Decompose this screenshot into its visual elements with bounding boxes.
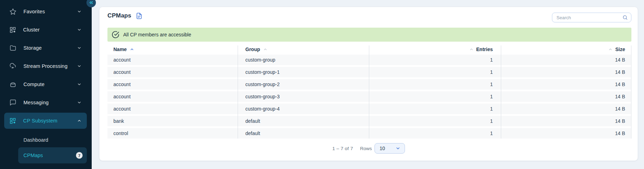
cpmaps-table: Name Group Entries (107, 44, 631, 139)
sidebar-item-cp-subsystem[interactable]: CP Subsystem (4, 113, 87, 129)
cell-size: 14 B (501, 128, 632, 139)
folder-icon (9, 44, 16, 51)
chevron-down-icon (77, 46, 82, 50)
grid-icon (9, 118, 16, 124)
cell-size: 14 B (501, 79, 632, 90)
table-row[interactable]: account custom-group 1 14 B (107, 55, 631, 65)
column-label: Entries (476, 47, 493, 52)
column-divider (631, 45, 631, 139)
column-header-size[interactable]: Size (501, 44, 632, 55)
column-header-group[interactable]: Group (238, 44, 369, 55)
cell-size: 14 B (501, 91, 632, 102)
sidebar-item-label: Storage (23, 45, 42, 51)
status-banner: All CP members are accessible (107, 28, 631, 42)
page-title: CPMaps (107, 12, 131, 19)
column-label: Name (113, 47, 127, 52)
sidebar-subitem-label: Dashboard (23, 137, 48, 143)
table-row[interactable]: account custom-group-2 1 14 B (107, 79, 631, 90)
search-input[interactable] (552, 15, 622, 20)
count-badge: 7 (76, 152, 83, 159)
grid-icon (9, 27, 16, 33)
sidebar-item-compute[interactable]: Compute (4, 76, 87, 92)
page-header: CPMaps (107, 12, 142, 20)
cloud-stream-icon (9, 63, 16, 70)
sort-inactive-icon (608, 47, 612, 51)
cell-name: control (107, 128, 238, 139)
column-divider (369, 45, 369, 139)
table-row[interactable]: bank default 1 14 B (107, 116, 631, 126)
table-row[interactable]: account custom-group-4 1 14 B (107, 104, 631, 114)
table-row[interactable]: account custom-group-3 1 14 B (107, 91, 631, 102)
chat-bubble-icon (9, 99, 16, 106)
cell-entries: 1 (369, 79, 501, 90)
compute-box-icon (9, 81, 16, 88)
cell-size: 14 B (501, 55, 632, 65)
sidebar-item-label: Cluster (23, 27, 40, 33)
sidebar-item-label: Favorites (23, 9, 45, 14)
star-icon (9, 8, 16, 15)
table-row[interactable]: account custom-group-1 1 14 B (107, 67, 631, 77)
sidebar-collapse-button[interactable] (86, 0, 96, 7)
document-icon[interactable] (136, 13, 142, 19)
cell-size: 14 B (501, 104, 632, 114)
table-body: account custom-group 1 14 B account cust… (107, 55, 631, 139)
cell-entries: 1 (369, 91, 501, 102)
check-circle-icon (112, 31, 119, 38)
sort-inactive-icon (263, 47, 267, 51)
sidebar-item-label: CP Subsystem (23, 118, 57, 124)
rows-per-page-select[interactable]: 10 (374, 143, 405, 154)
cell-group: default (238, 128, 369, 139)
column-header-entries[interactable]: Entries (369, 44, 501, 55)
cell-group: default (238, 116, 369, 126)
column-header-name[interactable]: Name (107, 44, 238, 55)
column-divider (501, 45, 501, 139)
table-row[interactable]: control default 1 14 B (107, 128, 631, 139)
cell-entries: 1 (369, 116, 501, 126)
cell-entries: 1 (369, 55, 501, 65)
sidebar-item-label: Stream Processing (23, 63, 68, 69)
sidebar-item-messaging[interactable]: Messaging (4, 94, 87, 111)
cell-size: 14 B (501, 67, 632, 77)
pagination-range: 1 – 7 of 7 (332, 146, 353, 151)
cell-size: 14 B (501, 116, 632, 126)
sort-inactive-icon (469, 47, 474, 51)
cell-name: account (107, 79, 238, 90)
sidebar: Favorites Cluster Storage (0, 0, 92, 169)
sidebar-item-label: Compute (23, 82, 44, 87)
rows-per-page-label: Rows (360, 146, 372, 151)
chevron-up-icon (77, 119, 82, 123)
cell-group: custom-group (238, 55, 369, 65)
chevron-down-icon (77, 28, 82, 32)
column-label: Group (245, 47, 260, 52)
chevron-down-icon (77, 64, 82, 69)
cell-group: custom-group-3 (238, 91, 369, 102)
sort-asc-icon (130, 47, 134, 51)
status-banner-text: All CP members are accessible (123, 32, 191, 37)
cell-group: custom-group-4 (238, 104, 369, 114)
cell-entries: 1 (369, 128, 501, 139)
chevron-down-icon (77, 100, 82, 105)
column-label: Size (615, 47, 625, 52)
column-divider (238, 45, 238, 139)
content-card: CPMaps All CP members are accessible (99, 7, 638, 161)
rows-per-page-value: 10 (380, 146, 396, 151)
sidebar-item-label: Messaging (23, 100, 49, 105)
double-chevron-left-icon (89, 0, 94, 5)
sidebar-item-stream-processing[interactable]: Stream Processing (4, 58, 87, 74)
table-header: Name Group Entries (107, 44, 631, 55)
cell-entries: 1 (369, 104, 501, 114)
sidebar-subitem-label: CPMaps (23, 153, 43, 158)
pagination: 1 – 7 of 7 Rows 10 (99, 143, 638, 154)
cell-name: bank (107, 116, 238, 126)
sidebar-item-favorites[interactable]: Favorites (4, 3, 87, 20)
sidebar-item-storage[interactable]: Storage (4, 40, 87, 56)
sidebar-subitem-dashboard[interactable]: Dashboard (18, 132, 87, 148)
cell-group: custom-group-2 (238, 79, 369, 90)
chevron-down-icon (396, 146, 400, 151)
chevron-down-icon (77, 9, 82, 14)
sidebar-subitem-cpmaps[interactable]: CPMaps 7 (18, 147, 87, 163)
cell-name: account (107, 67, 238, 77)
chevron-down-icon (77, 82, 82, 87)
sidebar-item-cluster[interactable]: Cluster (4, 22, 87, 38)
cell-entries: 1 (369, 67, 501, 77)
